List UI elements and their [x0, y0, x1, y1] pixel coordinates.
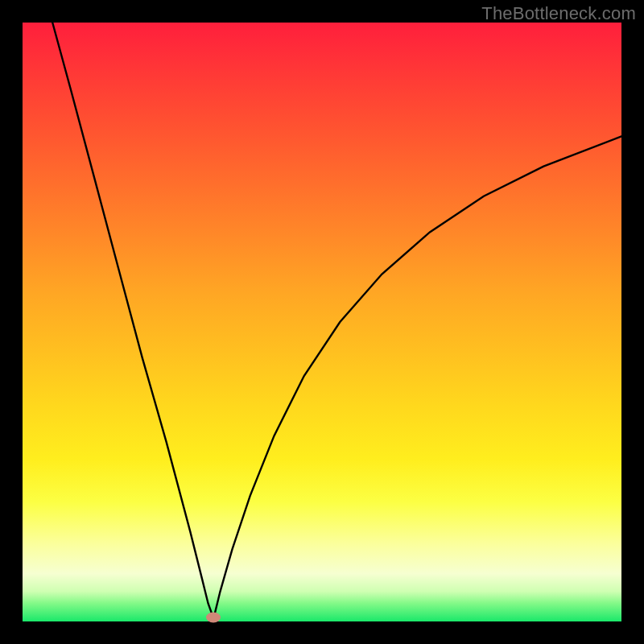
bottleneck-curve	[23, 23, 621, 621]
chart-frame: TheBottleneck.com	[0, 0, 644, 644]
optimal-point-marker	[206, 613, 221, 623]
watermark-text: TheBottleneck.com	[481, 3, 636, 24]
curve-path	[52, 23, 621, 618]
